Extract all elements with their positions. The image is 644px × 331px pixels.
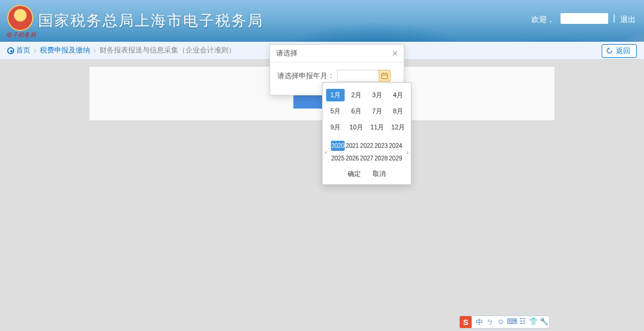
ime-toolbar: S 中ㄅ☺⌨☷👕🔧 [459,315,550,329]
logout-link[interactable]: 退出 [620,14,636,25]
ime-item[interactable]: ⌨ [506,317,517,327]
breadcrumb-home[interactable]: 首页 [7,45,30,55]
ime-item[interactable]: 中 [474,317,485,327]
year-next-arrow-icon[interactable]: › [407,149,408,156]
month-option[interactable]: 7月 [368,105,386,117]
month-option[interactable]: 12月 [389,121,407,134]
year-prev-arrow-icon[interactable]: ‹ [325,149,327,156]
ime-item[interactable]: 🔧 [538,317,549,327]
month-option[interactable]: 5月 [326,105,345,117]
month-option[interactable]: 2月 [347,89,366,101]
month-option[interactable]: 11月 [368,121,386,134]
modal-close-button[interactable]: × [392,49,398,58]
month-option[interactable]: 10月 [347,121,366,134]
year-option[interactable]: 2029 [389,153,402,163]
ime-item[interactable]: 👕 [528,317,538,327]
year-option[interactable]: 2027 [360,153,373,163]
year-option[interactable]: 2022 [360,141,373,151]
ime-items: 中ㄅ☺⌨☷👕🔧 [474,317,549,327]
svg-rect-0 [382,73,388,79]
year-option[interactable]: 2026 [345,153,359,163]
picker-cancel-button[interactable]: 取消 [373,170,386,177]
ime-item[interactable]: ㄅ [485,317,496,327]
breadcrumb-current: 财务报表报送与信息采集（企业会计准则） [100,45,236,55]
breadcrumb-tax[interactable]: 税费申报及缴纳 [40,45,90,55]
month-option[interactable]: 4月 [389,89,407,101]
year-option[interactable]: 2025 [331,153,345,163]
ime-item[interactable]: ☺ [496,317,506,327]
tax-bureau-emblem-icon [7,5,33,31]
welcome-text: 欢迎， [531,14,555,25]
year-grid: 2020202120222023202420252026202720282029 [331,141,402,163]
period-input[interactable] [337,70,379,82]
period-field-label: 请选择申报年月： [277,71,335,81]
header-separator: | [613,13,615,23]
back-arrow-icon [606,47,613,54]
month-option[interactable]: 3月 [368,89,386,101]
app-header: 电子税务局 国家税务总局上海市电子税务局 欢迎， | 退出 [0,0,644,42]
emblem-caption: 电子税务局 [6,31,36,39]
breadcrumb-sep: › [34,47,36,55]
ime-item[interactable]: ☷ [517,317,528,327]
location-icon [7,47,14,54]
month-year-picker: 1月2月3月4月5月6月7月8月9月10月11月12月 ‹ 2020202120… [322,82,411,185]
calendar-icon[interactable] [379,70,391,82]
picker-actions: 确定 取消 [326,169,407,178]
back-button-label: 返回 [616,47,630,55]
breadcrumb-sep: › [94,47,96,55]
back-button[interactable]: 返回 [602,44,637,58]
year-option[interactable]: 2024 [389,141,402,151]
modal-title: 请选择 [276,48,298,58]
app-title: 国家税务总局上海市电子税务局 [38,11,264,30]
month-grid: 1月2月3月4月5月6月7月8月9月10月11月12月 [326,89,407,134]
month-option[interactable]: 8月 [389,105,407,117]
user-name-box [561,13,608,24]
year-option[interactable]: 2020 [331,141,345,151]
year-option[interactable]: 2028 [374,153,388,163]
month-option[interactable]: 1月 [326,89,345,101]
ime-logo-icon[interactable]: S [460,316,472,328]
year-section: ‹ 20202021202220232024202520262027202820… [326,141,407,163]
breadcrumb-home-label: 首页 [16,45,30,55]
picker-ok-button[interactable]: 确定 [348,170,361,177]
year-option[interactable]: 2021 [345,141,359,151]
modal-header: 请选择 × [270,45,404,63]
period-field-row: 请选择申报年月： [277,70,397,82]
month-option[interactable]: 9月 [326,121,345,134]
year-option[interactable]: 2023 [374,141,388,151]
month-option[interactable]: 6月 [347,105,366,117]
